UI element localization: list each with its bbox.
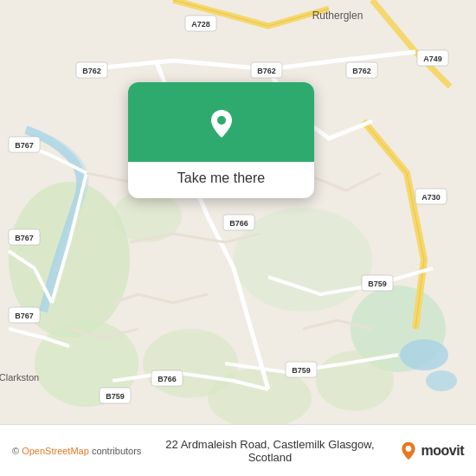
svg-point-43	[405, 446, 411, 452]
svg-text:B766: B766	[158, 375, 177, 383]
svg-text:B762: B762	[352, 67, 371, 75]
bottom-bar: © OpenStreetMap contributors 22 Ardmalei…	[0, 424, 476, 476]
svg-point-42	[217, 116, 226, 125]
moovit-brand-text: moovit	[421, 443, 464, 459]
svg-text:B759: B759	[292, 366, 311, 375]
popup-card: Take me there	[128, 82, 314, 198]
svg-point-10	[426, 370, 457, 391]
svg-text:Rutherglen: Rutherglen	[312, 10, 363, 22]
address-text: 22 Ardmaleish Road, Castlemilk Glasgow, …	[150, 438, 389, 464]
popup-label-section: Take me there	[160, 162, 282, 198]
svg-point-6	[316, 351, 394, 411]
svg-text:B767: B767	[15, 312, 34, 320]
svg-point-9	[400, 339, 448, 370]
map-container[interactable]: B762 A728 B762 B762 A749 B767 B767 B767 …	[0, 0, 476, 424]
svg-text:B762: B762	[257, 67, 276, 75]
svg-text:A749: A749	[423, 55, 442, 63]
attribution: © OpenStreetMap contributors	[12, 446, 141, 456]
svg-text:A730: A730	[421, 193, 441, 202]
attribution-prefix: ©	[12, 446, 22, 456]
popup-green-section	[128, 82, 314, 162]
svg-text:B767: B767	[15, 141, 34, 150]
moovit-pin-icon	[399, 441, 418, 460]
attribution-suffix: contributors	[89, 446, 142, 456]
take-me-there-button[interactable]: Take me there	[177, 170, 265, 186]
svg-text:B767: B767	[15, 234, 34, 242]
moovit-logo: moovit	[399, 441, 464, 460]
location-pin-icon	[199, 101, 244, 146]
svg-text:B762: B762	[82, 67, 101, 75]
svg-text:Clarkston: Clarkston	[0, 372, 39, 383]
svg-text:A728: A728	[191, 20, 210, 29]
svg-text:B759: B759	[368, 280, 387, 288]
openstreetmap-link[interactable]: OpenStreetMap	[22, 446, 89, 456]
svg-text:B766: B766	[229, 219, 248, 228]
svg-text:B759: B759	[106, 392, 125, 401]
